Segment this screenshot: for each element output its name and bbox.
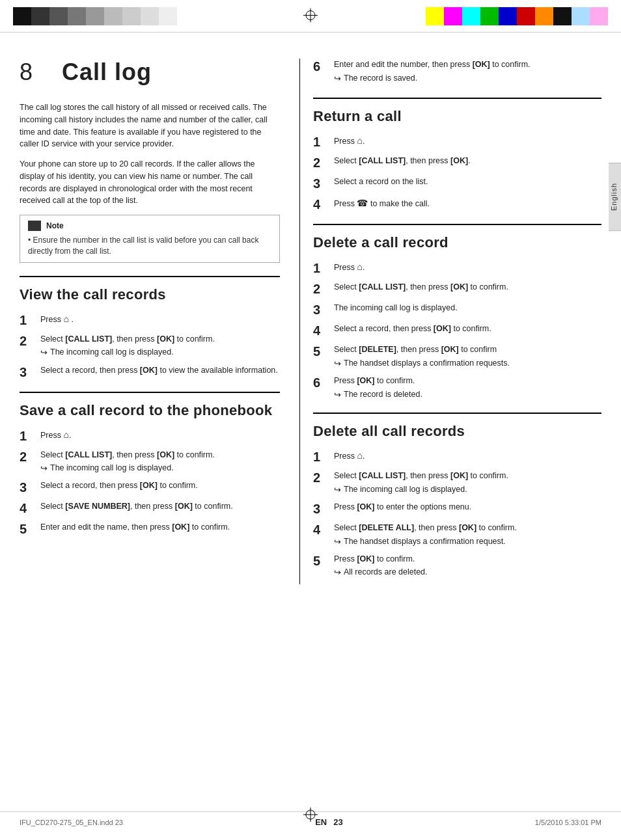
step-del-num-2: 2 xyxy=(313,281,327,297)
step-content-3: Select a record, then press [OK] to view… xyxy=(40,364,280,377)
step-del-content-6: Press [OK] to confirm. ↪ The record is d… xyxy=(334,375,601,401)
color-blocks-right xyxy=(426,7,608,25)
note-header: Note xyxy=(28,221,271,231)
step-del-num-4: 4 xyxy=(313,323,327,338)
step-del-content-1: Press ⌂. xyxy=(334,260,601,274)
step-return-content-3: Select a record on the list. xyxy=(334,176,601,188)
step-save-result-2: ↪ The incoming call log is displayed. xyxy=(40,463,280,474)
color-block-red xyxy=(517,7,535,25)
step-del-6: 6 Press [OK] to confirm. ↪ The record is… xyxy=(313,375,601,401)
gray-block-4 xyxy=(68,7,86,25)
color-block-pink xyxy=(590,7,608,25)
step-return-num-3: 3 xyxy=(313,176,327,191)
step-content-2: Select [CALL LIST], then press [OK] to c… xyxy=(40,333,280,359)
step-del-num-1: 1 xyxy=(313,260,327,276)
step-delall-3: 3 Press [OK] to enter the options menu. xyxy=(313,501,601,517)
section-delete-all-records: Delete all call records 1 Press ⌂. 2 Sel… xyxy=(313,413,601,579)
section-title-view: View the call records xyxy=(20,286,280,303)
gray-block-1 xyxy=(13,7,31,25)
color-block-yellow xyxy=(426,7,444,25)
right-column: 6 Enter and edit the number, then press … xyxy=(299,59,601,584)
step-num-2: 2 xyxy=(20,333,34,349)
step-delall-num-5: 5 xyxy=(313,553,327,569)
step-del-result-6: ↪ The record is deleted. xyxy=(334,389,601,401)
step-save-content-3: Select a record, then press [OK] to conf… xyxy=(40,480,280,492)
gray-block-8 xyxy=(141,7,159,25)
crosshair-bottom-center xyxy=(303,807,318,824)
step-delall-2: 2 Select [CALL LIST], then press [OK] to… xyxy=(313,470,601,496)
note-icon xyxy=(28,221,41,231)
crosshair-top-center xyxy=(303,8,318,24)
step-delall-num-4: 4 xyxy=(313,522,327,537)
step-del-result-5: ↪ The handset displays a confirmation re… xyxy=(334,358,601,370)
color-block-green xyxy=(480,7,499,25)
intro-paragraph-2: Your phone can store up to 20 call recor… xyxy=(20,158,280,207)
color-block-magenta xyxy=(444,7,462,25)
step-del-4: 4 Select a record, then press [OK] to co… xyxy=(313,323,601,338)
step-save-num-5: 5 xyxy=(20,521,34,537)
chapter-title: 8 Call log xyxy=(20,59,280,86)
section-title-return: Return a call xyxy=(313,108,601,125)
step-return-content-2: Select [CALL LIST], then press [OK]. xyxy=(334,155,601,167)
color-block-cyan xyxy=(462,7,480,25)
step-delall-result-2: ↪ The incoming call log is displayed. xyxy=(334,484,601,496)
top-bar xyxy=(0,0,621,33)
footer-page-info: EN 23 xyxy=(315,817,343,827)
step-delall-num-1: 1 xyxy=(313,449,327,465)
step-6-num: 6 xyxy=(313,59,327,74)
step-save-2: 2 Select [CALL LIST], then press [OK] to… xyxy=(20,449,280,475)
footer-page-num: 23 xyxy=(333,817,342,827)
step-del-num-3: 3 xyxy=(313,302,327,318)
left-column: 8 Call log The call log stores the call … xyxy=(20,59,299,584)
step-delall-1: 1 Press ⌂. xyxy=(313,449,601,465)
step-6-content: Enter and edit the number, then press [O… xyxy=(334,59,601,85)
note-text: • Ensure the number in the call list is … xyxy=(28,235,271,257)
gray-block-5 xyxy=(86,7,104,25)
step-delall-result-5: ↪ All records are deleted. xyxy=(334,567,601,578)
step-return-num-1: 1 xyxy=(313,134,327,150)
color-block-orange xyxy=(535,7,553,25)
step-delall-result-4: ↪ The handset displays a confirmation re… xyxy=(334,536,601,548)
section-view-call-records: View the call records 1 Press ⌂ . 2 Sele… xyxy=(20,276,280,380)
step-delall-5: 5 Press [OK] to confirm. ↪ All records a… xyxy=(313,553,601,579)
step-save-5: 5 Enter and edit the name, then press [O… xyxy=(20,521,280,537)
page-content: English 8 Call log The call log stores t… xyxy=(0,33,621,610)
step-save-1: 1 Press ⌂. xyxy=(20,428,280,444)
step-delall-content-2: Select [CALL LIST], then press [OK] to c… xyxy=(334,470,601,496)
step-return-num-2: 2 xyxy=(313,155,327,170)
step-del-content-4: Select a record, then press [OK] to conf… xyxy=(334,323,601,335)
step-return-2: 2 Select [CALL LIST], then press [OK]. xyxy=(313,155,601,170)
step-del-content-5: Select [DELETE], then press [OK] to conf… xyxy=(334,344,601,370)
chapter-number: 8 xyxy=(20,59,33,85)
step-delall-num-3: 3 xyxy=(313,501,327,517)
grayscale-blocks xyxy=(13,7,177,25)
section-title-save: Save a call record to the phonebook xyxy=(20,402,280,419)
step-return-3: 3 Select a record on the list. xyxy=(313,176,601,191)
gray-block-6 xyxy=(104,7,122,25)
color-block-blue xyxy=(499,7,517,25)
step-6-save: 6 Enter and edit the number, then press … xyxy=(313,59,601,85)
step-save-content-4: Select [SAVE NUMBER], then press [OK] to… xyxy=(40,500,280,513)
color-block-black xyxy=(553,7,572,25)
gray-block-9 xyxy=(159,7,177,25)
step-delall-num-2: 2 xyxy=(313,470,327,485)
footer-timestamp: 1/5/2010 5:33:01 PM xyxy=(535,819,601,826)
step-delall-content-4: Select [DELETE ALL], then press [OK] to … xyxy=(334,522,601,548)
step-save-content-2: Select [CALL LIST], then press [OK] to c… xyxy=(40,449,280,475)
english-language-tab: English xyxy=(609,163,621,231)
step-return-1: 1 Press ⌂. xyxy=(313,134,601,150)
step-view-1: 1 Press ⌂ . xyxy=(20,312,280,328)
intro-paragraph-1: The call log stores the call history of … xyxy=(20,102,280,150)
section-delete-call-record: Delete a call record 1 Press ⌂. 2 Select… xyxy=(313,224,601,401)
step-return-content-4: Press ☎ to make the call. xyxy=(334,196,601,210)
step-6-result: ↪ The record is saved. xyxy=(334,73,601,85)
step-save-num-4: 4 xyxy=(20,500,34,516)
step-del-1: 1 Press ⌂. xyxy=(313,260,601,276)
note-label: Note xyxy=(46,221,64,230)
step-num-3: 3 xyxy=(20,364,34,380)
gray-block-7 xyxy=(122,7,141,25)
section-save-call-record: Save a call record to the phonebook 1 Pr… xyxy=(20,392,280,537)
step-del-content-3: The incoming call log is displayed. xyxy=(334,302,601,314)
step-save-content-1: Press ⌂. xyxy=(40,428,280,442)
step-delall-4: 4 Select [DELETE ALL], then press [OK] t… xyxy=(313,522,601,548)
